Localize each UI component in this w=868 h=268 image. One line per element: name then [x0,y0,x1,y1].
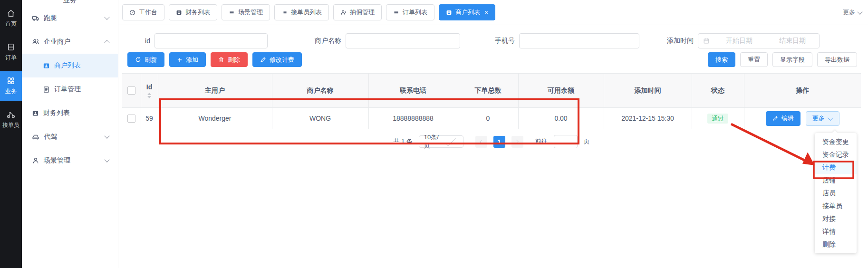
dropdown-item-fund-change[interactable]: 资金变更 [815,135,857,148]
date-range-picker[interactable]: 开始日期 结束日期 [698,33,820,48]
row-checkbox[interactable] [127,115,135,123]
header-phone: 联系电话 [368,74,458,108]
row-more-button[interactable]: 更多 [806,111,839,126]
tab-label: 财务列表 [185,8,210,17]
date-start-placeholder[interactable]: 开始日期 [713,37,766,45]
reset-button[interactable]: 重置 [740,52,768,67]
date-end-placeholder[interactable]: 结束日期 [766,37,819,45]
cell-operations: 编辑 更多 [744,108,861,129]
delete-button[interactable]: 删除 [211,52,248,67]
pagination: 共 1 条 10条/页 1 前往 页 [122,135,861,148]
dropdown-item-clerk[interactable]: 店员 [815,187,857,200]
goto-label: 前往 [535,137,548,146]
merchant-name-label: 商户名称 [289,37,346,45]
select-all-checkbox[interactable] [127,86,135,95]
refresh-button[interactable]: 刷新 [127,52,164,67]
prev-page-button[interactable] [475,136,487,148]
list-bullets-icon [281,10,288,16]
tab-workbench[interactable]: 工作台 [122,4,164,20]
close-icon[interactable]: × [484,9,488,16]
submenu-item-order-manage[interactable]: 订单管理 [22,77,118,101]
submenu-item-label: 跑腿 [44,14,100,22]
header-id[interactable]: Id [141,74,158,108]
next-page-button[interactable] [511,136,523,148]
tab-label: 抽佣管理 [350,8,375,17]
submenu-item-label: 财务列表 [43,109,109,117]
dropdown-item-courier[interactable]: 接单员 [815,200,857,212]
table-header-row: Id 主用户 商户名称 联系电话 下单总数 可用余额 添加时间 状态 操作 [122,74,861,108]
chevron-down-icon [104,157,109,162]
submenu-item-finance-list[interactable]: 财务列表 [22,101,118,125]
submenu-item-errand[interactable]: 跑腿 [22,6,118,30]
id-card-icon [176,10,182,16]
header-status: 状态 [692,74,744,108]
add-time-label: 添加时间 [643,37,698,45]
secondary-sidebar: 业务 跑腿 企业商户 商户列表 订单管理 [22,0,118,268]
cell-order-total: 0 [458,108,518,129]
pencil-icon [772,115,778,121]
show-fields-button[interactable]: 显示字段 [772,52,812,67]
cell-add-time: 2021-12-15 15:30 [604,108,692,129]
rail-item-couriers[interactable]: 接单员 [0,105,22,134]
rail-item-business[interactable]: 业务 [0,71,22,101]
goto-page-input[interactable] [554,135,578,148]
chevron-down-icon [104,14,109,19]
filter-phone: 手机号 [472,33,639,48]
tab-label: 订单列表 [403,8,427,17]
table-row: 59 Wonderger WONG 18888888888 0 0.00 202… [122,108,861,129]
calendar-icon [703,38,710,44]
phone-input[interactable] [519,33,639,48]
list-icon [229,10,235,16]
page-number-1[interactable]: 1 [493,136,505,148]
add-label: 添加 [186,56,198,64]
chevron-up-icon [104,40,109,45]
dropdown-item-fund-record[interactable]: 资金记录 [815,148,857,161]
edit-button[interactable]: 编辑 [766,111,800,126]
home-icon [7,9,15,18]
rail-item-orders[interactable]: 订单 [0,38,22,67]
chevron-right-icon [514,140,519,144]
dropdown-item-detail[interactable]: 详情 [815,225,857,238]
filter-add-time: 添加时间 开始日期 结束日期 [643,33,820,48]
tab-commission-manage[interactable]: 抽佣管理 [333,4,382,20]
search-button[interactable]: 搜索 [708,52,735,67]
sort-icon[interactable] [141,93,158,98]
merchant-name-input[interactable] [346,33,460,48]
page-suffix: 页 [584,137,590,146]
submenu-item-enterprise-merchant[interactable]: 企业商户 [22,30,118,54]
modify-billing-button[interactable]: 修改计费 [252,52,302,67]
dropdown-item-billing[interactable]: 计费 [815,161,857,174]
header-add-time: 添加时间 [604,74,692,108]
truck-icon [32,14,39,22]
rail-item-home[interactable]: 首页 [0,4,22,33]
export-data-button[interactable]: 导出数据 [817,52,857,67]
tab-merchant-list-active[interactable]: 商户列表 × [439,4,495,20]
open-tabs-bar: 工作台 财务列表 场景管理 接单员列表 抽佣管理 [118,0,868,25]
tab-label: 场景管理 [238,8,263,17]
submenu-item-label: 场景管理 [44,156,100,165]
dropdown-item-delete[interactable]: 删除 [815,238,857,251]
add-button[interactable]: 添加 [169,52,206,67]
main-content: 工作台 财务列表 场景管理 接单员列表 抽佣管理 [118,0,868,268]
toolbar-left: 刷新 添加 删除 修改计费 [127,52,302,67]
page-size-select[interactable]: 10条/页 [419,135,463,148]
dropdown-item-docking[interactable]: 对接 [815,212,857,225]
status-badge: 通过 [707,114,728,124]
page-size-value: 10条/页 [424,133,440,150]
tabs-more-button[interactable]: 更多 [843,8,862,17]
dropdown-item-shop[interactable]: 店铺 [815,174,857,187]
row-more-label: 更多 [812,114,825,123]
submenu-item-scene-manage[interactable]: 场景管理 [22,149,118,172]
id-input[interactable] [154,33,268,48]
apps-icon [7,77,15,85]
tab-courier-list[interactable]: 接单员列表 [274,4,329,20]
submenu-item-merchant-list[interactable]: 商户列表 [22,54,118,77]
chevron-down-icon [857,9,862,14]
rail-item-label: 接单员 [2,121,19,129]
tab-scene-manage[interactable]: 场景管理 [222,4,270,20]
header-order-total: 下单总数 [458,74,518,108]
tab-order-list[interactable]: 订单列表 [386,4,434,20]
submenu-title: 业务 [22,0,118,4]
tab-finance-list[interactable]: 财务列表 [169,4,217,20]
submenu-item-driving[interactable]: 代驾 [22,125,118,149]
